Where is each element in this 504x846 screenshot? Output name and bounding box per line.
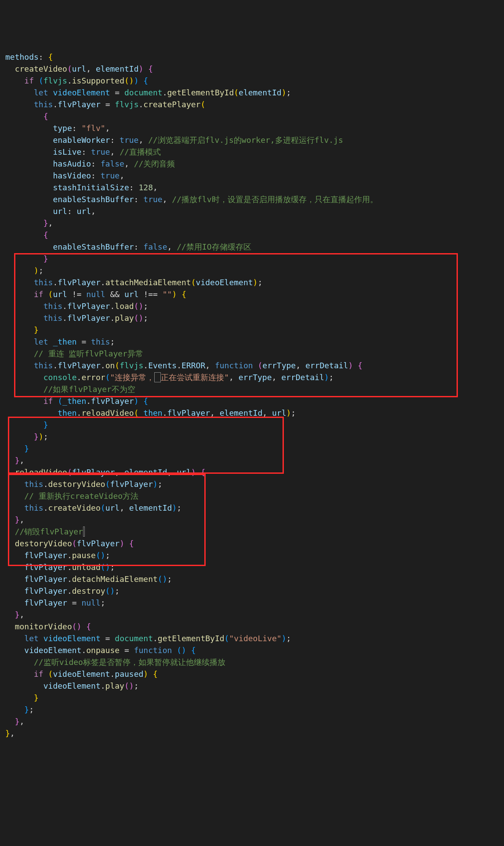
code-block: methods: { createVideo(url, elementId) {…	[5, 51, 504, 739]
text-cursor	[83, 526, 85, 537]
